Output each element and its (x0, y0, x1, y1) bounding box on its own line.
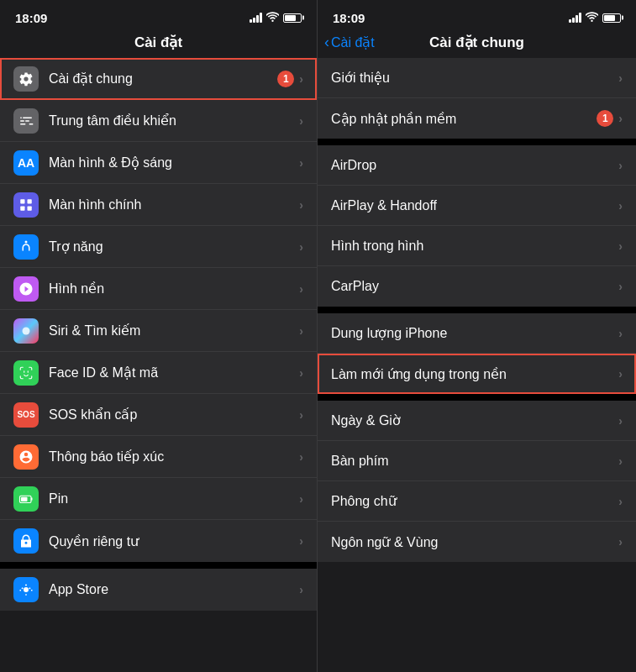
left-nav-header: Cài đặt (0, 30, 317, 58)
right-section-1: Giới thiệu › Cập nhật phần mềm 1 › (318, 58, 636, 139)
right-status-bar: 18:09 (318, 0, 636, 30)
back-button[interactable]: ‹ Cài đặt (324, 34, 392, 51)
left-separator (0, 562, 317, 569)
sidebar-item-app-store[interactable]: App Store › (0, 569, 317, 611)
ngay-gio-chevron: › (618, 414, 623, 428)
sidebar-item-pin[interactable]: Pin › (0, 478, 317, 520)
left-status-bar: 18:09 (0, 0, 317, 30)
siri-icon (13, 318, 39, 344)
wallpaper-icon (13, 276, 39, 302)
grid-icon (13, 192, 39, 218)
svg-point-5 (23, 327, 30, 334)
privacy-icon (13, 528, 39, 554)
hinh-trong-hinh-chevron: › (618, 239, 623, 253)
right-row-ngay-gio[interactable]: Ngày & Giờ › (318, 401, 636, 441)
right-row-hinh-trong-hinh[interactable]: Hình trong hình › (318, 226, 636, 266)
right-row-gioi-thieu[interactable]: Giới thiệu › (318, 58, 636, 98)
gear-icon (13, 66, 39, 92)
sos-label: SOS khẩn cấp (49, 407, 299, 423)
sidebar-item-face-id[interactable]: Face ID & Mật mã › (0, 352, 317, 394)
carplay-label: CarPlay (331, 279, 618, 294)
back-chevron-icon: ‹ (324, 34, 329, 51)
man-hinh-chinh-chevron: › (299, 198, 303, 212)
sidebar-item-trung-tam-dieu-khien[interactable]: Trung tâm điều khiển › (0, 100, 317, 142)
dung-luong-chevron: › (618, 327, 623, 340)
ngon-ngu-chevron: › (618, 535, 623, 549)
sos-chevron: › (299, 408, 303, 422)
right-sep-1 (318, 139, 636, 145)
sidebar-item-man-hinh-chinh[interactable]: Màn hình chính › (0, 184, 317, 226)
signal-icon (250, 13, 262, 23)
right-row-phong-chu[interactable]: Phông chữ › (318, 481, 636, 522)
right-row-dung-luong[interactable]: Dung lượng iPhone › (318, 313, 636, 354)
trung-tam-label: Trung tâm điều khiển (49, 113, 299, 129)
cap-nhat-badge: 1 (597, 110, 613, 127)
sidebar-item-quyen-rieng-tu[interactable]: Quyền riêng tư › (0, 520, 317, 562)
right-section-4: Ngày & Giờ › Bàn phím › Phông chữ › Ngôn… (318, 401, 636, 562)
accessibility-icon (13, 234, 39, 260)
right-wifi-icon (586, 12, 598, 24)
airplay-label: AirPlay & Handoff (331, 198, 618, 213)
man-hinh-chinh-label: Màn hình chính (49, 197, 299, 213)
airdrop-label: AirDrop (331, 158, 618, 173)
left-panel: 18:09 Cài đặt (0, 0, 318, 672)
sidebar-item-hinh-nen[interactable]: Hình nền › (0, 268, 317, 310)
cap-nhat-label: Cập nhật phần mềm (331, 111, 597, 127)
left-page-title: Cài đặt (134, 34, 182, 50)
right-row-airdrop[interactable]: AirDrop › (318, 145, 636, 186)
right-row-cap-nhat[interactable]: Cập nhật phần mềm 1 › (318, 98, 636, 139)
right-time: 18:09 (333, 11, 365, 25)
sidebar-item-tro-nang[interactable]: Trợ năng › (0, 226, 317, 268)
right-settings-list: Giới thiệu › Cập nhật phần mềm 1 › AirDr… (318, 58, 636, 672)
man-hinh-do-sang-label: Màn hình & Độ sáng (49, 155, 299, 171)
svg-rect-3 (28, 206, 32, 210)
ngon-ngu-label: Ngôn ngữ & Vùng (331, 534, 618, 550)
face-id-chevron: › (299, 366, 303, 380)
right-nav-header: ‹ Cài đặt Cài đặt chung (318, 30, 636, 58)
wifi-icon (266, 12, 279, 24)
right-row-airplay[interactable]: AirPlay & Handoff › (318, 186, 636, 226)
app-store-label: App Store (49, 582, 299, 597)
sidebar-item-cai-dat-chung[interactable]: Cài đặt chung 1 › (0, 58, 317, 100)
faceid-icon (13, 360, 39, 386)
trung-tam-chevron: › (299, 114, 303, 128)
battery-icon (283, 13, 302, 23)
right-row-ngon-ngu[interactable]: Ngôn ngữ & Vùng › (318, 522, 636, 562)
cap-nhat-chevron: › (618, 112, 623, 125)
right-row-lam-moi[interactable]: Làm mới ứng dụng trong nền › (318, 354, 636, 394)
sidebar-item-siri[interactable]: Siri & Tìm kiếm › (0, 310, 317, 352)
svg-rect-0 (20, 199, 24, 203)
hinh-nen-chevron: › (299, 282, 303, 296)
app-store-chevron: › (299, 583, 303, 596)
appstore-icon (13, 577, 39, 602)
brightness-icon: AA (13, 150, 39, 176)
phong-chu-label: Phông chữ (331, 493, 618, 509)
right-row-ban-phim[interactable]: Bàn phím › (318, 441, 636, 481)
thong-bao-chevron: › (299, 450, 303, 464)
sidebar-item-man-hinh-do-sang[interactable]: AA Màn hình & Độ sáng › (0, 142, 317, 184)
sidebar-item-sos[interactable]: SOS SOS khẩn cấp › (0, 394, 317, 436)
right-section-2: AirDrop › AirPlay & Handoff › Hình trong… (318, 145, 636, 307)
pin-label: Pin (49, 491, 299, 507)
gioi-thieu-label: Giới thiệu (331, 70, 618, 86)
right-signal-icon (569, 13, 581, 23)
tro-nang-label: Trợ năng (49, 239, 299, 255)
sliders-icon (13, 108, 39, 134)
left-status-icons (250, 12, 302, 24)
right-section-3: Dung lượng iPhone › Làm mới ứng dụng tro… (318, 313, 636, 394)
man-hinh-chevron: › (299, 156, 303, 170)
gioi-thieu-chevron: › (618, 71, 623, 85)
dung-luong-label: Dung lượng iPhone (331, 325, 618, 341)
hinh-trong-hinh-label: Hình trong hình (331, 239, 618, 254)
right-page-title: Cài đặt chung (429, 34, 524, 51)
left-time: 18:09 (15, 11, 47, 25)
right-row-carplay[interactable]: CarPlay › (318, 266, 636, 307)
sidebar-item-thong-bao[interactable]: Thông báo tiếp xúc › (0, 436, 317, 478)
svg-rect-2 (20, 206, 24, 210)
ngay-gio-label: Ngày & Giờ (331, 412, 618, 428)
battery-settings-icon (13, 486, 39, 512)
phong-chu-chevron: › (618, 495, 623, 508)
carplay-chevron: › (618, 280, 623, 293)
right-sep-3 (318, 394, 636, 401)
left-settings-list: Cài đặt chung 1 › Trung tâm điều khiển ›… (0, 58, 317, 672)
